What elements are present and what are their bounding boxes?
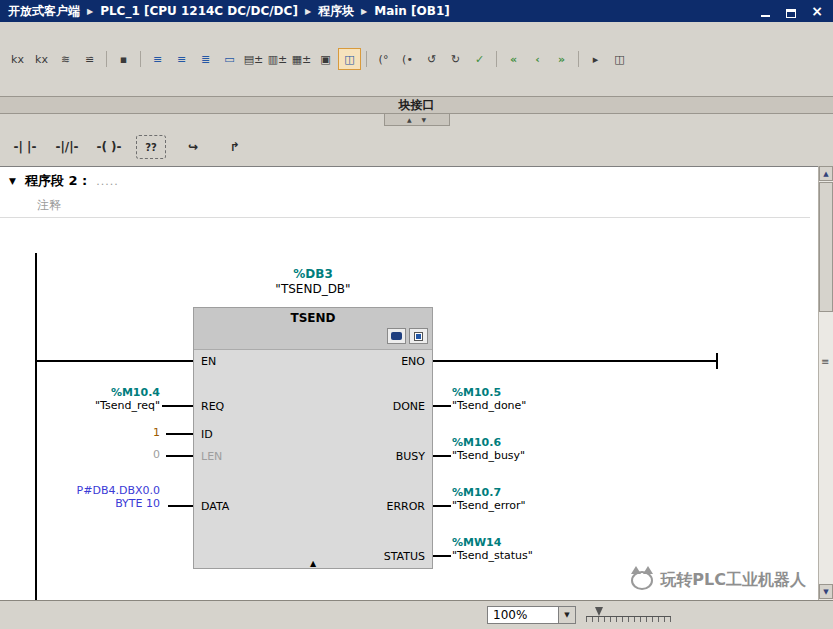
splitter-down-icon[interactable]: ▼ [422, 116, 427, 123]
goto-previous-point-icon[interactable]: « [502, 48, 525, 70]
done-wire[interactable] [433, 405, 451, 407]
network-titles-toggle-icon[interactable]: ≌ [78, 48, 101, 70]
scroll-down-button[interactable]: ▼ [819, 584, 833, 599]
insert-empty-box-icon[interactable]: ▤± [242, 48, 265, 70]
zoom-slider-handle[interactable] [595, 607, 603, 616]
breadcrumb-plc[interactable]: PLC_1 [CPU 1214C DC/DC/DC] [100, 4, 298, 18]
interface-splitter[interactable]: ▲ ▼ [384, 114, 450, 126]
call-hierarchy-icon[interactable]: (• [396, 48, 419, 70]
breadcrumb-open-client[interactable]: 开放式客户端 [8, 3, 80, 20]
vertical-scrollbar[interactable]: ▲ ≡ ▼ [818, 166, 833, 600]
breadcrumb-main-ob1[interactable]: Main [OB1] [374, 4, 450, 18]
pin-done[interactable]: DONE [393, 400, 425, 413]
goto-definition-icon[interactable]: ‹ [526, 48, 549, 70]
insert-rung-icon[interactable]: ▦± [290, 48, 313, 70]
zoom-slider-track [586, 616, 671, 622]
block-collapse-icon[interactable]: ▲ [194, 559, 432, 568]
favorites-icon[interactable]: ▪ [112, 48, 135, 70]
done-operand-name[interactable]: "Tsend_done" [452, 399, 526, 412]
breadcrumb-program-blocks[interactable]: 程序块 [318, 3, 354, 20]
close-branch-button[interactable]: ↱ [220, 135, 250, 159]
operand-representation-icon[interactable]: ◫ [338, 48, 361, 70]
req-operand-name[interactable]: "Tsend_req" [20, 399, 160, 412]
collapse-all-networks-icon[interactable]: ≡ [170, 48, 193, 70]
network-title[interactable]: 程序段 2 : [25, 172, 87, 190]
split-editor-icon[interactable]: ◫ [608, 48, 631, 70]
tsend-block-title[interactable]: TSEND [194, 308, 432, 325]
pin-busy[interactable]: BUSY [396, 450, 425, 463]
ladder-editor: ▼ 程序段 2 : ..... 注释 %DB3 "TSEND_DB" TSEND [0, 166, 818, 600]
eno-wire[interactable] [433, 360, 718, 362]
done-operand-address[interactable]: %M10.5 [452, 386, 501, 399]
toolbar-separator [106, 51, 107, 67]
toolbar-separator [578, 51, 579, 67]
pin-eno[interactable]: ENO [401, 355, 425, 368]
req-wire[interactable] [162, 405, 193, 407]
error-operand-address[interactable]: %M10.7 [452, 486, 501, 499]
en-wire[interactable] [37, 360, 193, 362]
status-wire[interactable] [433, 555, 451, 557]
req-operand-address[interactable]: %M10.4 [20, 386, 160, 399]
error-wire[interactable] [433, 505, 451, 507]
expand-all-networks-icon[interactable]: ≡ [146, 48, 169, 70]
scrollbar-thumb[interactable] [819, 182, 833, 312]
comments-bubble-icon[interactable]: ▭ [218, 48, 241, 70]
block-callout-button[interactable] [387, 328, 406, 344]
network-comment[interactable]: 注释 [0, 194, 810, 218]
consistency-check-icon[interactable]: ✓ [468, 48, 491, 70]
busy-wire[interactable] [433, 455, 451, 457]
db-instance-name[interactable]: "TSEND_DB" [193, 282, 433, 296]
db-instance-address[interactable]: %DB3 [193, 267, 433, 281]
breadcrumb-arrow-icon: ▶ [305, 7, 311, 16]
minimize-button[interactable] [757, 5, 773, 18]
watermark-text: 玩转PLC工业机器人 [660, 570, 806, 591]
goto-next-error-icon[interactable]: ↻ [444, 48, 467, 70]
error-operand-name[interactable]: "Tsend_error" [452, 499, 526, 512]
empty-box-button[interactable]: ?? [136, 135, 166, 159]
absolute-operands-icon[interactable]: kx [6, 48, 29, 70]
insert-open-branch-icon[interactable]: ▥± [266, 48, 289, 70]
zoom-dropdown-button[interactable]: ▼ [559, 606, 576, 624]
restore-button[interactable] [783, 5, 799, 18]
block-interface-bar[interactable]: 块接口 [0, 96, 833, 114]
pin-data[interactable]: DATA [201, 500, 229, 513]
goto-previous-error-icon[interactable]: ↺ [420, 48, 443, 70]
data-wire[interactable] [168, 505, 193, 507]
tsend-block[interactable]: TSEND EN REQ ID LEN DATA ENO DONE BUSY E… [193, 307, 433, 569]
open-branch-button[interactable]: ↪ [178, 135, 208, 159]
data-operand-value-line1[interactable]: P#DB4.DBX0.0 [20, 484, 160, 497]
status-operand-address[interactable]: %MW14 [452, 536, 501, 549]
len-operand-value[interactable]: 0 [20, 448, 160, 461]
zoom-value-input[interactable]: 100% [487, 606, 559, 624]
pin-req[interactable]: REQ [201, 400, 224, 413]
block-view-toggle-button[interactable] [409, 328, 428, 344]
normally-open-contact-button[interactable]: -| |- [10, 135, 40, 159]
data-operand-value-line2[interactable]: BYTE 10 [20, 497, 160, 510]
goto-next-point-icon[interactable]: » [550, 48, 573, 70]
call-environment-icon[interactable]: (° [372, 48, 395, 70]
status-operand-name[interactable]: "Tsend_status" [452, 549, 533, 562]
splitter-up-icon[interactable]: ▲ [407, 116, 412, 123]
pin-id[interactable]: ID [201, 428, 213, 441]
coil-button[interactable]: -( )- [94, 135, 124, 159]
id-wire[interactable] [166, 433, 193, 435]
busy-operand-address[interactable]: %M10.6 [452, 436, 501, 449]
pin-len[interactable]: LEN [201, 450, 222, 463]
open-all-networks-icon[interactable]: ≣ [194, 48, 217, 70]
more-commands-icon[interactable]: ▸ [584, 48, 607, 70]
window-controls: × [757, 5, 825, 18]
busy-operand-name[interactable]: "Tsend_busy" [452, 449, 525, 462]
symbolic-operands-icon[interactable]: kx [30, 48, 53, 70]
close-button[interactable]: × [809, 5, 825, 18]
block-header-icons [387, 328, 428, 344]
scroll-up-button[interactable]: ▲ [819, 166, 833, 181]
network-collapse-icon[interactable]: ▼ [9, 176, 16, 186]
freeform-comment-icon[interactable]: ▣ [314, 48, 337, 70]
zoom-slider[interactable] [586, 607, 671, 623]
len-wire[interactable] [166, 455, 193, 457]
pin-error[interactable]: ERROR [386, 500, 425, 513]
network-comments-toggle-icon[interactable]: ≋ [54, 48, 77, 70]
id-operand-value[interactable]: 1 [20, 426, 160, 439]
pin-en[interactable]: EN [201, 355, 216, 368]
normally-closed-contact-button[interactable]: -|/|- [52, 135, 82, 159]
